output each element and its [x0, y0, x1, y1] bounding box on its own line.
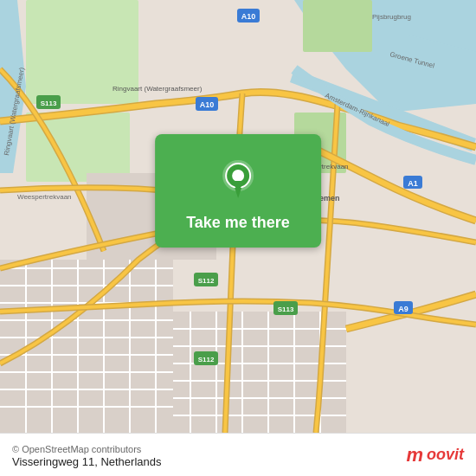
svg-marker-63 — [235, 188, 241, 198]
svg-text:A10: A10 — [200, 100, 215, 109]
svg-text:A10: A10 — [241, 12, 256, 21]
button-label: Take me there — [186, 214, 290, 232]
svg-text:Pijsbrugbrug: Pijsbrugbrug — [372, 13, 411, 21]
svg-text:S113: S113 — [278, 306, 294, 313]
moovit-wordmark: oovit — [427, 446, 464, 464]
svg-text:A9: A9 — [398, 305, 408, 313]
svg-text:S112: S112 — [198, 356, 215, 363]
moovit-logo: m oovit — [406, 444, 464, 466]
location-text: Visseringweg 11, Netherlands — [12, 455, 161, 468]
attribution-text: © OpenStreetMap contributors — [12, 444, 141, 454]
svg-text:Ringvaart (Watergraafsmeer): Ringvaart (Watergraafsmeer) — [113, 85, 203, 93]
svg-point-61 — [232, 170, 244, 182]
svg-text:Weespertrekvaan: Weespertrekvaan — [17, 193, 72, 201]
svg-text:S113: S113 — [41, 100, 57, 107]
footer: © OpenStreetMap contributors Visseringwe… — [0, 433, 476, 476]
svg-text:A1: A1 — [408, 179, 418, 188]
svg-rect-3 — [303, 0, 372, 52]
moovit-m-letter: m — [406, 444, 423, 466]
footer-attribution: © OpenStreetMap contributors Visseringwe… — [12, 442, 161, 468]
map-container: Amsterdam-Rijnkanaal Ringvaart (Watergra… — [0, 0, 476, 433]
take-me-there-button[interactable]: Take me there — [155, 134, 321, 248]
svg-text:S112: S112 — [198, 277, 215, 285]
